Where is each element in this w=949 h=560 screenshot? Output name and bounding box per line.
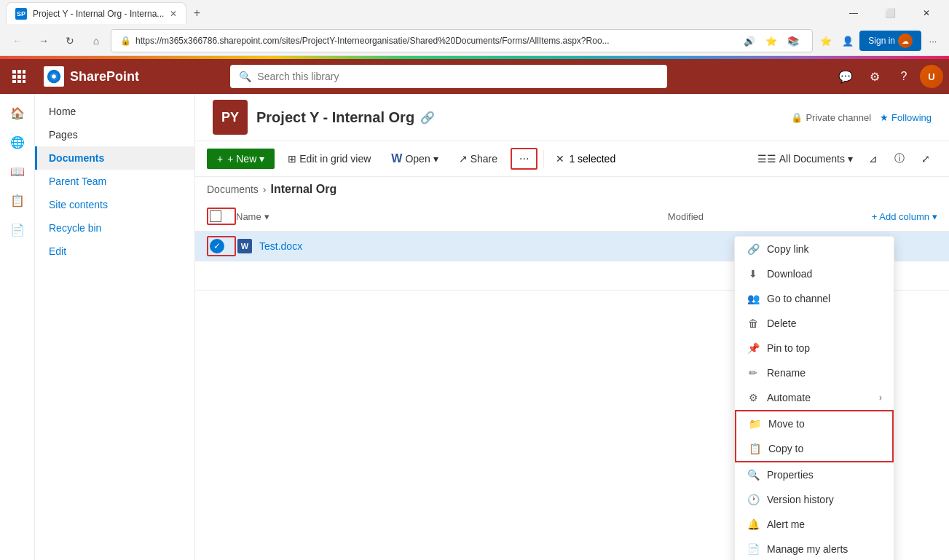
add-column-button[interactable]: + Add column ▾ (872, 211, 937, 222)
svg-rect-5 (23, 75, 25, 79)
browser-titlebar: SP Project Y - Internal Org - Interna...… (0, 0, 949, 26)
sidebar-item-recycle-bin[interactable]: Recycle bin (35, 216, 194, 240)
profile-icon[interactable]: 👤 (838, 31, 858, 51)
file-list-header: Name ▾ Modified + Add column ▾ (195, 202, 949, 232)
file-name[interactable]: Test.docx (259, 240, 748, 252)
site-icon: PY (213, 100, 248, 135)
menu-item-manage-alerts[interactable]: 📄 Manage my alerts (735, 537, 894, 560)
search-input[interactable] (257, 71, 658, 82)
properties-icon: 🔍 (747, 468, 760, 481)
settings-icon[interactable]: ⚙ (862, 63, 888, 90)
rail-page-icon[interactable]: 📄 (4, 216, 31, 242)
row-checkbox[interactable]: ✓ (210, 239, 224, 253)
back-button[interactable]: ← (6, 29, 29, 52)
new-tab-button[interactable]: + (186, 3, 207, 23)
waffle-menu-button[interactable] (6, 63, 32, 90)
share-button[interactable]: ↗ Share (452, 149, 505, 169)
breadcrumb-separator: › (263, 184, 267, 195)
menu-item-move-to[interactable]: 📁 Move to (736, 411, 892, 436)
fullscreen-button[interactable]: ⤢ (914, 147, 937, 170)
site-edit-icon[interactable]: 🔗 (420, 111, 435, 125)
svg-rect-8 (23, 80, 25, 83)
browser-actions: ⭐ 👤 Sign in ☁ ··· (816, 31, 943, 51)
copy-to-label: Copy to (768, 443, 881, 454)
following-button[interactable]: ★ Following (880, 112, 932, 123)
toolbar-divider (543, 150, 544, 167)
edit-grid-button[interactable]: ⊞ Edit in grid view (280, 149, 378, 169)
collections-icon[interactable]: 📚 (783, 31, 803, 51)
menu-item-download[interactable]: ⬇ Download (735, 261, 894, 286)
sign-in-button[interactable]: Sign in ☁ (859, 31, 921, 51)
copy-to-icon: 📋 (748, 442, 761, 455)
svg-rect-1 (17, 70, 21, 74)
sidebar-item-edit[interactable]: Edit (35, 240, 194, 263)
menu-item-properties[interactable]: 🔍 Properties (735, 462, 894, 487)
menu-item-rename[interactable]: ✏ Rename (735, 360, 894, 385)
svg-rect-0 (12, 70, 16, 74)
read-aloud-icon[interactable]: 🔊 (739, 31, 760, 51)
sidebar-item-parent-team[interactable]: Parent Team (35, 170, 194, 193)
alert-me-label: Alert me (767, 518, 882, 530)
menu-item-automate[interactable]: ⚙ Automate › (735, 385, 894, 410)
open-button[interactable]: W Open ▾ (384, 148, 445, 170)
maximize-button[interactable]: ⬜ (873, 2, 907, 24)
user-avatar[interactable]: U (920, 65, 943, 88)
all-documents-button[interactable]: ☰☰ All Documents ▾ (752, 150, 859, 167)
svg-rect-6 (12, 80, 16, 83)
sidebar-item-site-contents[interactable]: Site contents (35, 193, 194, 216)
rail-home-icon[interactable]: 🏠 (4, 100, 31, 126)
selection-info: ✕ 1 selected (556, 153, 615, 165)
rail-globe-icon[interactable]: 🌐 (4, 129, 31, 155)
browser-more-icon[interactable]: ··· (923, 31, 943, 51)
download-icon: ⬇ (747, 267, 760, 280)
rail-book-icon[interactable]: 📖 (4, 158, 31, 184)
browser-tab[interactable]: SP Project Y - Internal Org - Interna...… (6, 2, 186, 24)
pin-to-top-label: Pin to top (767, 342, 882, 354)
breadcrumb-parent[interactable]: Documents (207, 184, 259, 195)
menu-item-version-history[interactable]: 🕐 Version history (735, 487, 894, 512)
name-column-header[interactable]: Name ▾ (236, 211, 668, 222)
info-button[interactable]: ⓘ (888, 147, 911, 170)
svg-rect-4 (17, 75, 21, 79)
left-rail: 🏠 🌐 📖 📋 📄 ⊕ (0, 94, 35, 560)
sidebar-item-pages[interactable]: Pages (35, 123, 194, 146)
refresh-button[interactable]: ↻ (58, 29, 82, 52)
tab-close-button[interactable]: ✕ (170, 9, 177, 19)
search-input-container[interactable]: 🔍 (230, 65, 667, 88)
menu-item-copy-link[interactable]: 🔗 Copy link (735, 237, 894, 261)
header-checkbox[interactable] (207, 208, 236, 225)
sidebar-item-documents[interactable]: Documents (35, 146, 194, 170)
move-to-label: Move to (768, 418, 881, 430)
row-checkbox-cell: ✓ (207, 236, 236, 256)
menu-item-go-to-channel[interactable]: 👥 Go to channel (735, 286, 894, 311)
menu-item-delete[interactable]: 🗑 Delete (735, 311, 894, 336)
comment-icon[interactable]: 💬 (832, 63, 859, 90)
home-button[interactable]: ⌂ (84, 29, 108, 52)
tab-title: Project Y - Internal Org - Interna... (33, 9, 164, 19)
favorites-bar-icon[interactable]: ⭐ (816, 31, 836, 51)
address-bar[interactable]: 🔒 https://m365x366786.sharepoint.com/sit… (111, 29, 813, 52)
menu-item-copy-to[interactable]: 📋 Copy to (736, 436, 892, 461)
more-button[interactable]: ··· (511, 148, 537, 170)
manage-alerts-icon: 📄 (747, 543, 760, 556)
favorites-icon[interactable]: ⭐ (761, 31, 781, 51)
row-checkbox-outline: ✓ (207, 236, 236, 256)
minimize-button[interactable]: — (837, 2, 870, 24)
menu-item-alert-me[interactable]: 🔔 Alert me (735, 512, 894, 537)
filter-button[interactable]: ⊿ (862, 147, 885, 170)
menu-item-pin-to-top[interactable]: 📌 Pin to top (735, 336, 894, 360)
main-content: Home Pages Documents Parent Team Site co… (35, 94, 949, 560)
go-to-channel-icon: 👥 (747, 292, 760, 305)
topbar-actions: 💬 ⚙ ? U (832, 63, 943, 90)
delete-icon: 🗑 (747, 317, 760, 330)
sidebar-item-home[interactable]: Home (35, 100, 194, 123)
new-button[interactable]: + + New ▾ (207, 149, 275, 169)
rail-list-icon[interactable]: 📋 (4, 187, 31, 213)
sidebar: Home Pages Documents Parent Team Site co… (35, 94, 195, 560)
modified-column-header[interactable]: Modified (668, 211, 814, 222)
help-icon[interactable]: ? (891, 63, 917, 90)
close-button[interactable]: ✕ (910, 2, 943, 24)
clear-selection-button[interactable]: ✕ (556, 153, 564, 165)
forward-button[interactable]: → (32, 29, 55, 52)
sharepoint-logo[interactable]: SharePoint (38, 66, 145, 87)
